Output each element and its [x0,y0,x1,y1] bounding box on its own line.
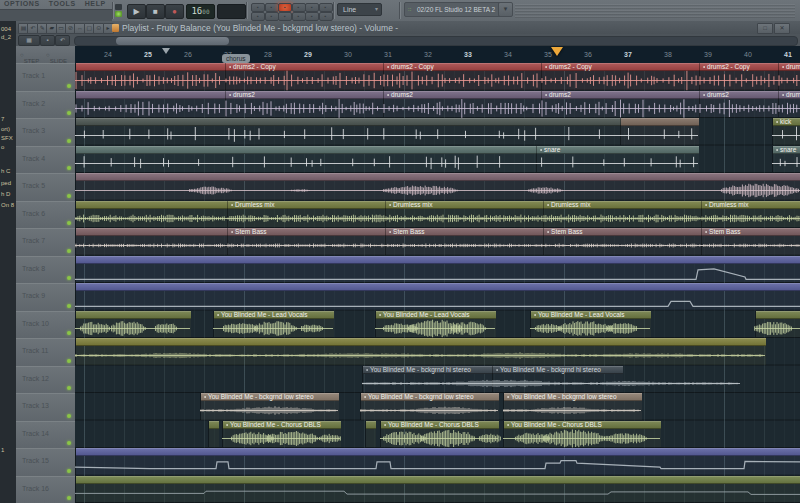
audio-clip[interactable] [365,421,376,448]
audio-clip[interactable] [75,201,228,228]
info-panel[interactable]: :: 02/20 FL Studio 12 BETA 2 [404,2,510,17]
browser-item-fragment[interactable]: 7 [1,116,4,122]
track-name[interactable]: Track 12 [22,375,49,382]
toolbar-toggle[interactable]: ▪ [319,3,333,12]
track-mute-led[interactable] [67,304,71,308]
track-mute-led[interactable] [67,221,71,225]
track-header[interactable]: Track 13 [16,393,75,422]
song-mode-led[interactable] [115,11,122,17]
play-button[interactable]: ▶ [127,4,146,19]
audio-clip[interactable]: drums2 - Copy [225,63,384,90]
track-header[interactable]: Track 12 [16,366,75,395]
audio-clip[interactable] [75,311,191,338]
audio-clip[interactable]: snare [536,146,699,173]
audio-clip[interactable]: snare [772,146,800,173]
track-name[interactable]: Track 2 [22,100,45,107]
audio-clip[interactable]: You Blinded Me - Lead Vocals [213,311,334,338]
track-name[interactable]: Track 4 [22,155,45,162]
audio-clip[interactable]: You Blinded Me - Chorus DBLS [503,421,661,448]
recording-toggle[interactable]: ▪ [278,3,292,12]
automation-clip[interactable] [75,283,800,310]
track-header[interactable]: Track 15 [16,448,75,477]
track-header[interactable]: Track 10 [16,311,75,340]
menu-tools[interactable]: TOOLS [49,0,76,7]
audio-clip[interactable]: You Blinded Me - bckgrnd hi stereo [492,366,623,393]
audio-clip[interactable]: Drumless mix [543,201,702,228]
playlist-titlebar[interactable]: ▤↶✎▰▭⊘↔▢⊙▸ Playlist - Fruity Balance (Yo… [16,21,800,35]
audio-clip[interactable] [75,118,621,145]
audio-clip[interactable] [75,63,226,90]
snap-selector[interactable]: Line▾ [337,3,382,16]
audio-clip[interactable]: Drumless mix [385,201,544,228]
toolbar-toggle[interactable]: ▪ [251,12,265,21]
browser-item-fragment[interactable]: o [1,144,4,150]
track-header[interactable]: Track 7 [16,228,75,257]
track-name[interactable]: Track 13 [22,402,49,409]
browser-panel-edge[interactable]: 004d_27ort)SFXoh Cpedh DOn 81 [0,21,17,503]
toolbar-toggle[interactable]: ▪ [305,12,319,21]
toolbar-toggle[interactable]: ▪ [278,12,292,21]
audio-clip[interactable] [620,118,699,145]
track-name[interactable]: Track 16 [22,485,49,492]
audio-clip[interactable]: Stem Bass [227,228,386,255]
track-name[interactable]: Track 8 [22,265,45,272]
audio-clip[interactable]: drums2 - Copy [778,63,800,90]
audio-clip[interactable] [75,228,228,255]
toolbar-toggle[interactable]: ▪ [265,12,279,21]
audio-clip[interactable]: Stem Bass [385,228,544,255]
picker-button[interactable]: ▪ [40,35,55,46]
toolbar-toggle[interactable]: ▪ [251,3,265,12]
automation-clip[interactable] [75,476,800,503]
audio-clip[interactable]: drums2 [225,91,384,118]
audio-clip[interactable]: You Blinded Me - bckgrnd low stereo [503,393,642,420]
track-mute-led[interactable] [67,331,71,335]
slide-toggle[interactable]: ○SLIDE [46,52,50,58]
track-header[interactable]: Track 3 [16,118,75,147]
track-name[interactable]: Track 11 [22,347,48,354]
audio-clip[interactable] [75,91,226,118]
record-button[interactable]: ● [165,4,184,19]
track-mute-led[interactable] [67,276,71,280]
audio-clip[interactable]: Stem Bass [543,228,702,255]
browser-item-fragment[interactable]: ort) [1,126,10,132]
track-header[interactable]: Track 6 [16,201,75,230]
track-name[interactable]: Track 5 [22,182,45,189]
track-name[interactable]: Track 1 [22,72,45,79]
track-name[interactable]: Track 14 [22,430,49,437]
song-marker-label[interactable]: chorus [222,54,250,63]
track-mute-led[interactable] [67,414,71,418]
track-mute-led[interactable] [67,194,71,198]
track-mute-led[interactable] [67,386,71,390]
audio-clip[interactable]: You Blinded Me - Chorus DBLS [222,421,341,448]
track-header[interactable]: Track 8 [16,256,75,285]
browser-item-fragment[interactable]: On 8 [1,202,14,208]
jump-back-button[interactable]: ↶ [55,35,70,46]
info-panel-button[interactable]: ▾ [498,2,513,17]
audio-clip[interactable]: You Blinded Me - bckgrnd low stereo [200,393,339,420]
pattern-mode-led[interactable] [115,4,122,10]
track-mute-led[interactable] [67,469,71,473]
toolbar-toggle[interactable]: ▪ [265,3,279,12]
audio-clip[interactable]: drums2 [699,91,779,118]
toolbar-toggle[interactable]: ▪ [305,3,319,12]
track-mute-led[interactable] [67,111,71,115]
automation-clip[interactable] [75,256,800,283]
toolbar-toggle[interactable]: ▪ [319,12,333,21]
track-name[interactable]: Track 3 [22,127,45,134]
maximize-button[interactable]: □ [757,23,773,34]
track-header[interactable]: Track 16 [16,476,75,503]
audio-clip[interactable]: drums2 [383,91,542,118]
browser-item-fragment[interactable]: ped [1,180,11,186]
track-header[interactable]: Track 9 [16,283,75,312]
track-header[interactable]: Track 2 [16,91,75,120]
browser-item-fragment[interactable]: d_2 [1,34,11,40]
track-name[interactable]: Track 10 [22,320,49,327]
track-mute-led[interactable] [67,84,71,88]
menu-options[interactable]: OPTIONS [4,0,40,7]
step-toggle[interactable]: ○STEP [20,52,24,58]
audio-clip[interactable] [75,338,766,365]
track-mute-led[interactable] [67,496,71,500]
browser-item-fragment[interactable]: h D [1,191,10,197]
automation-clip[interactable] [75,448,800,475]
audio-clip[interactable] [75,173,800,200]
